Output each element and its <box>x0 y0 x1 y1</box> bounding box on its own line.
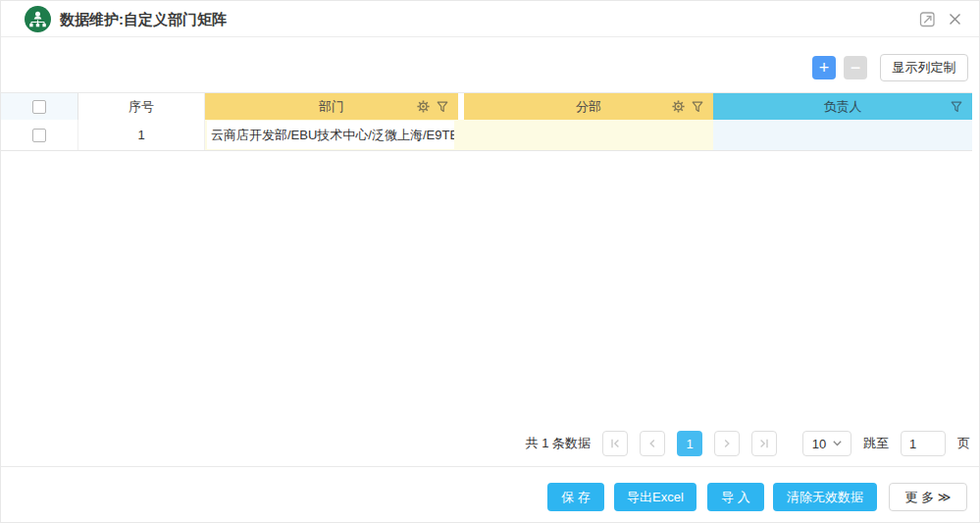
table-row: 1 云商店开发部/EBU技术中心/泛微上海/E9TEST <box>1 120 972 151</box>
jump-page-input[interactable] <box>901 431 946 456</box>
prev-page-button[interactable] <box>640 431 665 456</box>
clear-invalid-button[interactable]: 清除无效数据 <box>773 483 877 511</box>
header-dept: 部门 <box>205 93 458 120</box>
row-seq-cell: 1 <box>78 120 205 150</box>
dialog-title: 数据维护:自定义部门矩阵 <box>60 1 227 37</box>
next-page-button[interactable] <box>714 431 740 456</box>
import-button[interactable]: 导 入 <box>707 483 764 511</box>
chevron-down-icon <box>833 441 842 446</box>
table-header: 序号 部门 <box>1 92 972 120</box>
save-button[interactable]: 保 存 <box>547 483 604 511</box>
branch-filter-icon[interactable] <box>692 101 703 113</box>
close-icon[interactable] <box>947 11 963 27</box>
current-page-button[interactable]: 1 <box>677 431 702 456</box>
page-size-value: 10 <box>812 437 826 451</box>
header-seq: 序号 <box>78 93 205 120</box>
header-branch-label: 分部 <box>576 98 601 116</box>
dept-filter-icon[interactable] <box>437 101 448 113</box>
jump-label: 跳至 <box>863 435 889 452</box>
footer-divider <box>1 466 979 467</box>
dept-gear-icon[interactable] <box>417 100 430 113</box>
pagination-total: 共 1 条数据 <box>526 435 591 452</box>
select-all-checkbox[interactable] <box>32 100 46 114</box>
first-page-button[interactable] <box>602 431 628 456</box>
row-owner-cell[interactable] <box>713 120 972 150</box>
header-owner-label: 负责人 <box>824 98 862 116</box>
data-maintenance-dialog: 数据维护:自定义部门矩阵 + − 显示列定制 序号 部门 <box>0 0 980 523</box>
row-checkbox-cell <box>1 120 78 150</box>
branch-gear-icon[interactable] <box>672 100 685 113</box>
owner-filter-icon[interactable] <box>951 101 962 113</box>
customize-columns-button[interactable]: 显示列定制 <box>880 54 968 81</box>
pagination: 共 1 条数据 1 10 <box>526 430 970 457</box>
more-button[interactable]: 更 多 ≫ <box>889 483 967 511</box>
export-excel-button[interactable]: 导出Excel <box>614 483 696 511</box>
row-dept-cell[interactable]: 云商店开发部/EBU技术中心/泛微上海/E9TEST <box>205 120 464 150</box>
header-dept-label: 部门 <box>319 98 344 116</box>
dept-inline-input[interactable]: 云商店开发部/EBU技术中心/泛微上海/E9TEST <box>207 121 454 149</box>
org-matrix-icon <box>25 6 51 32</box>
titlebar: 数据维护:自定义部门矩阵 <box>1 1 979 37</box>
header-checkbox-cell <box>1 93 78 120</box>
maximize-icon[interactable] <box>919 11 936 27</box>
page-size-select[interactable]: 10 <box>802 431 851 456</box>
header-owner: 负责人 <box>713 93 972 120</box>
last-page-button[interactable] <box>751 431 777 456</box>
header-branch: 分部 <box>464 93 713 120</box>
row-checkbox[interactable] <box>32 129 46 142</box>
add-row-button[interactable]: + <box>812 56 836 79</box>
remove-row-button[interactable]: − <box>844 56 867 79</box>
jump-unit: 页 <box>957 435 970 452</box>
row-branch-cell[interactable] <box>464 120 713 150</box>
